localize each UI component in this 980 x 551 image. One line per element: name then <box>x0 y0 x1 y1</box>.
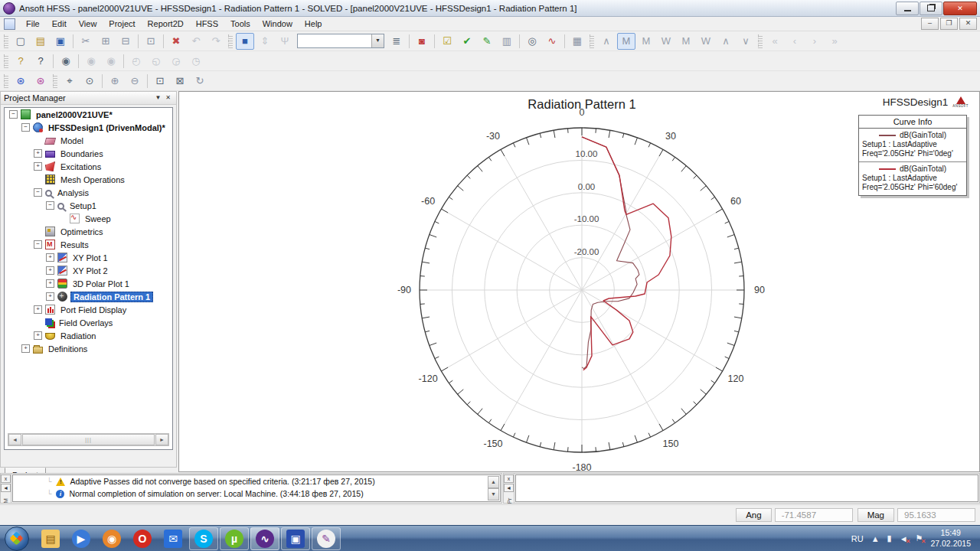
taskbar-mail-button[interactable]: ✉ <box>158 527 188 550</box>
clock[interactable]: 15:49 27.02.2015 <box>930 528 971 548</box>
tree-item-model[interactable]: Model <box>5 134 172 147</box>
tree-horizontal-scrollbar[interactable]: ◄ ||| ► <box>8 433 169 446</box>
scroll-right-icon[interactable]: ► <box>155 434 168 445</box>
tree-item-xy-plot-1[interactable]: +XY Plot 1 <box>5 251 172 264</box>
taskbar-paint-button[interactable]: ✎ <box>312 527 341 550</box>
undo-button[interactable]: ↶ <box>187 33 205 50</box>
scrollbar-thumb[interactable]: ||| <box>22 434 155 445</box>
tree-expander-icon[interactable]: + <box>34 162 42 171</box>
tree-item-mesh-operations[interactable]: Mesh Operations <box>5 173 172 186</box>
taskbar-photo-viewer-button[interactable]: ◉ <box>97 527 126 550</box>
tree-item-port-field-display[interactable]: +Port Field Display <box>5 303 172 316</box>
message-close-icon[interactable]: x <box>1 474 11 483</box>
message-row[interactable]: └iNormal completion of simulation on ser… <box>13 487 500 500</box>
minimize-button[interactable] <box>896 2 919 15</box>
tree-expander-icon[interactable]: + <box>46 279 54 288</box>
mdi-close-button[interactable]: ✕ <box>959 18 977 30</box>
select-button[interactable]: ■ <box>236 33 254 50</box>
taskbar-skype-button[interactable]: S <box>189 527 218 550</box>
tree-item-boundaries[interactable]: +Boundaries <box>5 147 172 160</box>
save-button[interactable]: ▣ <box>51 33 70 50</box>
validate-button[interactable]: ☑ <box>438 33 456 50</box>
tree-item-panel2000v21uve[interactable]: −panel2000V21UVE* <box>5 108 172 121</box>
message-row[interactable]: └Adaptive Passes did not converge based … <box>13 475 500 487</box>
taskbar-opera-button[interactable]: O <box>128 527 157 550</box>
print-button[interactable]: ⊡ <box>142 33 160 50</box>
language-indicator[interactable]: RU <box>851 534 864 543</box>
show-selection-button[interactable]: ◉ <box>82 53 100 70</box>
menu-tools[interactable]: Tools <box>224 18 256 30</box>
menu-help[interactable]: Help <box>299 18 328 30</box>
menu-view[interactable]: View <box>73 18 103 30</box>
boolean-subtract-button[interactable]: ⊛ <box>31 73 50 90</box>
history-3-button[interactable]: ◶ <box>167 53 185 70</box>
zoom-realsize-button[interactable]: ⊙ <box>80 73 99 90</box>
last-frame-button[interactable]: » <box>825 33 844 50</box>
tree-item-optimetrics[interactable]: Optimetrics <box>5 225 172 238</box>
tree-expander-icon[interactable]: + <box>46 292 54 301</box>
boolean-unite-button[interactable]: ⊛ <box>11 73 30 90</box>
menu-project[interactable]: Project <box>103 18 141 30</box>
pan-button[interactable]: ⌖ <box>60 73 79 90</box>
message-collapse-icon[interactable]: ◄ <box>1 484 11 492</box>
message-scrollbar[interactable]: ▲ ▼ <box>488 476 499 500</box>
list-button[interactable]: ≣ <box>387 33 406 50</box>
history-1-button[interactable]: ◴ <box>127 53 145 70</box>
trace-1-button[interactable]: ∧ <box>597 33 616 50</box>
start-button[interactable] <box>5 527 29 551</box>
history-4-button[interactable]: ◷ <box>187 53 205 70</box>
close-button[interactable]: ✕ <box>943 2 977 15</box>
trace-6-button[interactable]: W <box>697 33 715 50</box>
zoom-window-button[interactable]: ⊡ <box>151 73 169 90</box>
scroll-down-icon[interactable]: ▼ <box>488 488 499 500</box>
trace-4-button[interactable]: W <box>657 33 675 50</box>
progress-close-icon[interactable]: x <box>504 474 514 483</box>
battery-icon[interactable]: ▮ <box>887 533 892 543</box>
trace-5-button[interactable]: M <box>677 33 695 50</box>
menu-report2d[interactable]: Report2D <box>142 18 190 30</box>
deembed-button[interactable]: ⇕ <box>256 33 274 50</box>
zoom-out-button[interactable]: ⊖ <box>126 73 144 90</box>
progress-collapse-icon[interactable]: ◄ <box>504 484 514 492</box>
export-report-button[interactable]: ▦ <box>568 33 586 50</box>
taskbar-explorer-button[interactable]: ▤ <box>36 527 65 550</box>
selection-combo[interactable]: ▼ <box>297 34 384 48</box>
toolbar-grip[interactable] <box>590 34 594 48</box>
tree-expander-icon[interactable]: − <box>21 123 30 132</box>
tree-expander-icon[interactable]: − <box>34 240 42 249</box>
tree-item-definitions[interactable]: +Definitions <box>5 342 172 355</box>
analyze-all-button[interactable]: ✔ <box>458 33 476 50</box>
tree-item-radiation-pattern-1[interactable]: +Radiation Pattern 1 <box>5 290 172 303</box>
tree-expander-icon[interactable]: + <box>21 344 30 353</box>
tree-item-analysis[interactable]: −Analysis <box>5 186 172 199</box>
taskbar-hfss-button[interactable]: ∿ <box>250 527 279 550</box>
tree-expander-icon[interactable]: − <box>9 110 18 119</box>
new-button[interactable]: ▢ <box>11 33 30 50</box>
hide-selection-button[interactable]: ◉ <box>102 53 120 70</box>
scroll-left-icon[interactable]: ◄ <box>8 434 21 445</box>
taskbar-floppy-tool-button[interactable]: ▣ <box>281 527 310 550</box>
trace-7-button[interactable]: ∧ <box>717 33 735 50</box>
tree-item-field-overlays[interactable]: Field Overlays <box>5 316 172 329</box>
hidden-icons-arrow[interactable]: ▲ <box>871 534 880 543</box>
submit-job-button[interactable]: ✎ <box>478 33 496 50</box>
taskbar-utorrent-button[interactable]: µ <box>220 527 249 550</box>
tree-expander-icon[interactable]: + <box>46 266 54 275</box>
tree-item-3d-polar-plot-1[interactable]: +3D Polar Plot 1 <box>5 277 172 290</box>
paste-button[interactable]: ⊟ <box>116 33 135 50</box>
trace-8-button[interactable]: ∨ <box>737 33 755 50</box>
redo-button[interactable]: ↷ <box>207 33 225 50</box>
next-frame-button[interactable]: › <box>805 33 824 50</box>
ports-button[interactable]: Ψ <box>276 33 294 50</box>
mdi-restore-button[interactable]: ❐ <box>940 18 958 30</box>
taskbar-media-player-button[interactable]: ▶ <box>67 527 96 550</box>
menu-window[interactable]: Window <box>256 18 299 30</box>
mdi-document-icon[interactable] <box>4 18 15 30</box>
scroll-up-icon[interactable]: ▲ <box>488 476 499 488</box>
prev-frame-button[interactable]: ‹ <box>786 33 804 50</box>
history-2-button[interactable]: ◵ <box>147 53 165 70</box>
trace-2-button[interactable]: M <box>617 33 635 50</box>
toolbar-grip[interactable] <box>4 74 8 88</box>
whats-this-button[interactable]: ? <box>31 53 50 70</box>
restore-button[interactable] <box>920 2 942 15</box>
